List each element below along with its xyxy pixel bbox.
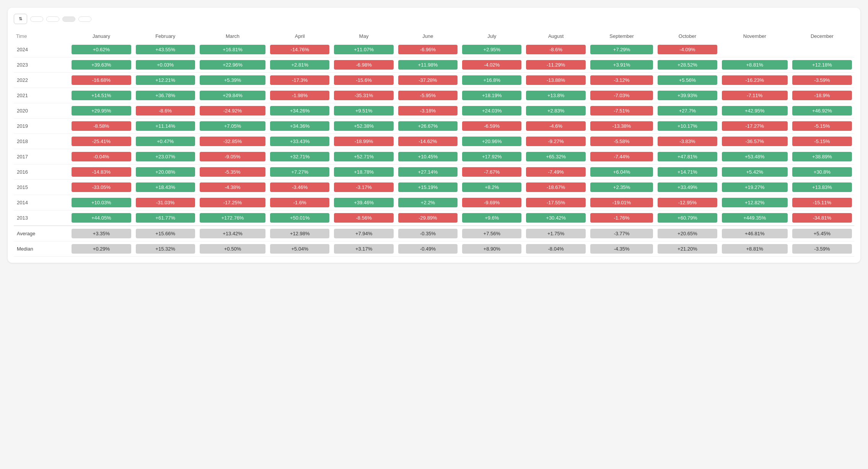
data-cell: +8.81% [720, 57, 790, 73]
asset-selector[interactable] [14, 14, 27, 24]
data-cell: +10.17% [655, 119, 719, 134]
year-cell: 2013 [14, 210, 69, 226]
data-cell: +9.6% [460, 210, 524, 226]
table-row: 2018-25.41%+0.47%-32.85%+33.43%-18.99%-1… [14, 134, 854, 149]
data-cell: -35.31% [332, 88, 396, 103]
data-cell: -18.9% [790, 88, 854, 103]
tab-daily[interactable] [30, 16, 43, 22]
data-cell: +2.95% [460, 42, 524, 57]
data-cell: -14.83% [69, 164, 133, 180]
median-cell: +8.90% [460, 241, 524, 257]
tab-weekly[interactable] [46, 16, 59, 22]
data-cell: -18.67% [524, 180, 588, 195]
data-cell: +5.39% [197, 73, 268, 88]
data-cell: -4.38% [197, 180, 268, 195]
data-cell: -7.51% [588, 103, 655, 119]
data-cell: +13.8% [524, 88, 588, 103]
data-cell: -3.83% [655, 134, 719, 149]
data-cell: -5.95% [396, 88, 460, 103]
data-cell: -33.05% [69, 180, 133, 195]
data-cell: +36.78% [134, 88, 197, 103]
data-cell: -7.67% [460, 164, 524, 180]
data-cell: -36.57% [720, 134, 790, 149]
data-cell: +26.67% [396, 119, 460, 134]
data-cell: -16.68% [69, 73, 133, 88]
tab-quarterly[interactable] [78, 16, 91, 22]
data-cell: -9.05% [197, 149, 268, 164]
data-cell: -0.04% [69, 149, 133, 164]
data-cell: +50.01% [268, 210, 332, 226]
data-cell [790, 42, 854, 57]
col-header-december: December [790, 30, 854, 42]
data-cell: +12.82% [720, 195, 790, 210]
data-cell: -13.88% [524, 73, 588, 88]
table-row: 2019-8.58%+11.14%+7.05%+34.36%+52.38%+26… [14, 119, 854, 134]
data-cell: -15.6% [332, 73, 396, 88]
data-cell: -4.09% [655, 42, 719, 57]
data-cell: +6.04% [588, 164, 655, 180]
table-row: 2016-14.83%+20.08%-5.35%+7.27%+18.78%+27… [14, 164, 854, 180]
data-cell: -12.95% [655, 195, 719, 210]
data-cell: +11.14% [134, 119, 197, 134]
data-cell: -16.23% [720, 73, 790, 88]
data-cell: +12.21% [134, 73, 197, 88]
data-cell: -7.44% [588, 149, 655, 164]
data-cell: +33.49% [655, 180, 719, 195]
average-cell: +15.66% [134, 226, 197, 241]
average-cell: +7.94% [332, 226, 396, 241]
col-header-october: October [655, 30, 719, 42]
data-cell: -5.58% [588, 134, 655, 149]
data-cell: +47.81% [655, 149, 719, 164]
col-header-july: July [460, 30, 524, 42]
data-cell: +2.35% [588, 180, 655, 195]
data-cell: +3.91% [588, 57, 655, 73]
tab-monthly[interactable] [62, 16, 75, 22]
data-cell: +0.62% [69, 42, 133, 57]
data-cell: +39.46% [332, 195, 396, 210]
data-cell: +18.19% [460, 88, 524, 103]
data-cell: +18.43% [134, 180, 197, 195]
col-header-january: January [69, 30, 133, 42]
data-cell: +44.05% [69, 210, 133, 226]
data-cell: +43.55% [134, 42, 197, 57]
data-cell: +14.71% [655, 164, 719, 180]
average-cell: +5.45% [790, 226, 854, 241]
data-cell: +65.32% [524, 149, 588, 164]
data-cell: -17.25% [197, 195, 268, 210]
data-cell: -34.81% [790, 210, 854, 226]
median-cell: +0.50% [197, 241, 268, 257]
data-cell: +29.95% [69, 103, 133, 119]
average-row: Average+3.35%+15.66%+13.42%+12.98%+7.94%… [14, 226, 854, 241]
data-cell: +52.71% [332, 149, 396, 164]
data-cell: +0.03% [134, 57, 197, 73]
data-cell: -17.27% [720, 119, 790, 134]
data-cell: +16.81% [197, 42, 268, 57]
col-header-june: June [396, 30, 460, 42]
data-cell: -17.55% [524, 195, 588, 210]
table-row: 2021+14.51%+36.78%+29.84%-1.98%-35.31%-5… [14, 88, 854, 103]
returns-table: TimeJanuaryFebruaryMarchAprilMayJuneJuly… [14, 30, 854, 257]
year-cell: 2020 [14, 103, 69, 119]
year-cell: 2024 [14, 42, 69, 57]
data-cell: +0.47% [134, 134, 197, 149]
data-cell: +27.7% [655, 103, 719, 119]
median-cell: +0.29% [69, 241, 133, 257]
data-cell: +5.56% [655, 73, 719, 88]
average-cell: +46.81% [720, 226, 790, 241]
year-cell: 2016 [14, 164, 69, 180]
median-cell: +5.04% [268, 241, 332, 257]
year-cell: 2021 [14, 88, 69, 103]
data-cell: +33.43% [268, 134, 332, 149]
average-cell: +7.56% [460, 226, 524, 241]
data-cell: -8.58% [69, 119, 133, 134]
data-cell: -3.18% [396, 103, 460, 119]
data-cell: +34.26% [268, 103, 332, 119]
data-cell: -1.6% [268, 195, 332, 210]
data-cell: +7.29% [588, 42, 655, 57]
data-cell: +46.92% [790, 103, 854, 119]
data-cell: -25.41% [69, 134, 133, 149]
data-cell: -11.29% [524, 57, 588, 73]
data-cell: -29.89% [396, 210, 460, 226]
data-cell: +14.51% [69, 88, 133, 103]
col-header-november: November [720, 30, 790, 42]
